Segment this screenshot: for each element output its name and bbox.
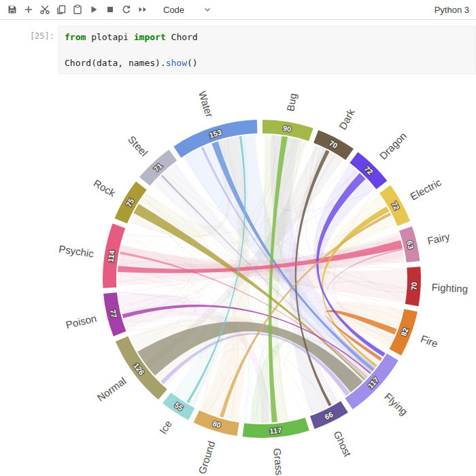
cell-type-value: Code bbox=[163, 5, 184, 15]
segment-label-normal: Normal bbox=[95, 375, 129, 403]
segment-label-grass: Grass bbox=[271, 447, 286, 475]
chord-output-area: 90Bug70Dark72Dragon72Electric63Fairy70Fi… bbox=[0, 80, 476, 476]
stop-icon bbox=[105, 4, 116, 15]
code-token: Chord bbox=[166, 32, 198, 42]
code-token: () bbox=[187, 58, 198, 68]
segment-label-ground: Ground bbox=[196, 439, 217, 475]
code-token: Chord(data, names). bbox=[65, 58, 166, 68]
cut-cell-button[interactable] bbox=[39, 4, 50, 15]
segment-label-flying: Flying bbox=[382, 390, 410, 418]
plus-icon bbox=[23, 4, 34, 15]
restart-icon bbox=[121, 4, 132, 15]
segment-label-dragon: Dragon bbox=[377, 130, 409, 162]
arc-value-fighting: 70 bbox=[409, 282, 418, 290]
segment-label-fairy: Fairy bbox=[426, 231, 452, 247]
code-token: show bbox=[166, 58, 187, 68]
copy-icon bbox=[56, 4, 67, 15]
cell-prompt: [25]: bbox=[0, 26, 58, 74]
notebook-toolbar: Code Python 3 bbox=[0, 0, 476, 20]
restart-kernel-button[interactable] bbox=[121, 4, 132, 15]
segment-label-fire: Fire bbox=[419, 333, 439, 350]
segment-label-dark: Dark bbox=[337, 107, 357, 131]
copy-cell-button[interactable] bbox=[56, 4, 67, 15]
segment-label-electric: Electric bbox=[408, 176, 443, 203]
segment-label-ghost: Ghost bbox=[331, 429, 354, 459]
cell-input-area[interactable]: from plotapi import Chord Chord(data, na… bbox=[58, 26, 476, 74]
chevron-down-icon bbox=[203, 5, 211, 14]
floppy-icon bbox=[7, 4, 18, 15]
segment-label-psychic: Psychic bbox=[58, 243, 95, 260]
paste-cell-button[interactable] bbox=[72, 4, 83, 15]
arc-value-grass: 117 bbox=[269, 426, 282, 435]
arc-value-bug: 90 bbox=[282, 124, 292, 133]
kernel-name: Python 3 bbox=[435, 5, 471, 15]
code-editor[interactable]: from plotapi import Chord Chord(data, na… bbox=[65, 31, 470, 69]
segment-label-ice: Ice bbox=[157, 418, 174, 436]
cell-type-dropdown[interactable]: Code bbox=[163, 5, 211, 15]
code-token: from bbox=[65, 32, 86, 42]
stop-button[interactable] bbox=[105, 4, 116, 15]
play-icon bbox=[88, 4, 99, 15]
code-cell: [25]: from plotapi import Chord Chord(da… bbox=[0, 26, 476, 74]
run-button[interactable] bbox=[88, 4, 99, 15]
segment-label-fighting: Fighting bbox=[431, 282, 468, 295]
add-cell-button[interactable] bbox=[23, 4, 34, 15]
code-token: plotapi bbox=[86, 32, 133, 42]
save-button[interactable] bbox=[7, 4, 18, 15]
segment-label-steel: Steel bbox=[126, 133, 150, 158]
segment-label-water: Water bbox=[197, 90, 216, 119]
run-all-button[interactable] bbox=[137, 4, 148, 15]
chord-diagram: 90Bug70Dark72Dragon72Electric63Fairy70Fi… bbox=[0, 80, 476, 476]
segment-label-rock: Rock bbox=[92, 177, 118, 199]
clipboard-icon bbox=[72, 4, 83, 15]
segment-label-bug: Bug bbox=[284, 92, 299, 112]
segment-label-poison: Poison bbox=[65, 312, 98, 330]
fast-forward-icon bbox=[137, 4, 148, 15]
scissors-icon bbox=[39, 4, 50, 15]
code-token: import bbox=[134, 32, 166, 42]
